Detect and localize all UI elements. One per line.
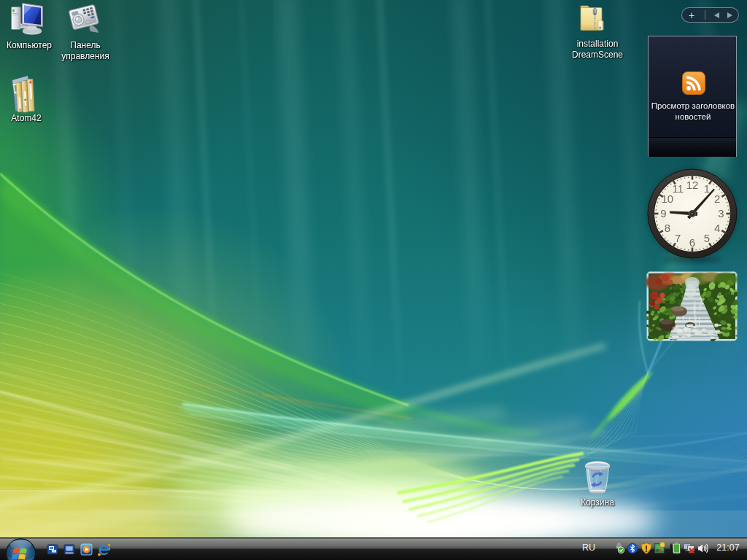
svg-text:11: 11: [672, 182, 684, 195]
svg-text:12: 12: [686, 179, 699, 191]
svg-text:9: 9: [660, 207, 666, 219]
svg-text:2: 2: [714, 192, 720, 205]
svg-text:1: 1: [704, 182, 710, 195]
svg-text:4: 4: [714, 222, 720, 234]
svg-text:3: 3: [718, 207, 724, 219]
svg-text:7: 7: [675, 232, 681, 244]
svg-text:8: 8: [665, 222, 670, 234]
svg-text:6: 6: [689, 236, 695, 249]
svg-text:5: 5: [704, 232, 710, 244]
